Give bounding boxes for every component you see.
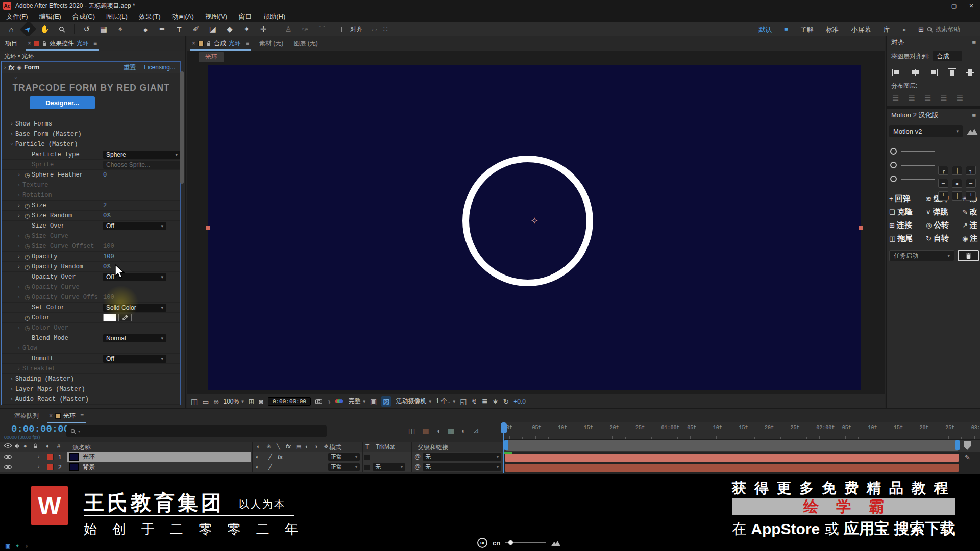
timeline-icon[interactable]: ≣ (482, 397, 488, 406)
anchor-grid-button-6[interactable]: └ (938, 191, 948, 201)
param-row-glow[interactable]: ›Glow (2, 343, 180, 354)
selection-tool[interactable]: ➤ (20, 21, 37, 38)
param-value[interactable]: 2 (103, 202, 107, 209)
grid-options-icon[interactable]: ∷ (383, 25, 388, 33)
slider-knob[interactable] (890, 176, 897, 182)
close-tab-icon[interactable]: × (28, 40, 31, 47)
volume-slider[interactable] (505, 542, 546, 543)
label-column-icon[interactable]: ♦ (46, 443, 49, 449)
fast-previews-icon[interactable]: ↯ (471, 397, 477, 406)
fx-switch[interactable]: fx (278, 454, 283, 460)
align-left-button[interactable] (892, 68, 901, 77)
distribute-top-button[interactable]: ☰ (892, 93, 899, 103)
param-dropdown[interactable]: Off▾ (103, 273, 166, 281)
expand-arrow-icon[interactable]: › (8, 386, 15, 392)
anchor-grid-button-0[interactable]: ┌ (938, 166, 948, 175)
menu-item[interactable]: 效果(T) (139, 12, 161, 21)
menu-item[interactable]: 图层(L) (106, 12, 128, 21)
tab-footage[interactable]: 素材 (无) (254, 36, 288, 51)
brush-tool[interactable]: ✐ (190, 23, 202, 35)
parent-select[interactable]: 无▾ (423, 463, 501, 471)
tab-render-queue[interactable]: 渲染队列 (9, 408, 44, 423)
tab-composition[interactable]: × 合成 光环 ≡ (187, 36, 254, 51)
comp-mini-tab[interactable]: 光环 (199, 52, 224, 62)
param-row-shading-master-[interactable]: ›Shading (Master) (2, 374, 180, 384)
param-value[interactable]: 0% (103, 212, 110, 219)
expand-arrow-icon[interactable]: › (15, 345, 22, 351)
delete-button[interactable] (958, 250, 979, 261)
rotate-tool[interactable]: ↺ (81, 23, 93, 35)
work-area-bar[interactable] (505, 440, 959, 451)
param-row-rotation[interactable]: ›Rotation (2, 190, 180, 201)
pan-behind-tool[interactable]: ⌖ (114, 23, 127, 35)
distribute-bottom-button[interactable]: ☰ (924, 93, 931, 103)
trkmat-toggle[interactable] (363, 454, 370, 460)
align-top-button[interactable] (947, 68, 957, 77)
menu-item[interactable]: 编辑(E) (39, 12, 61, 21)
licensing-link[interactable]: Licensing... (144, 64, 175, 71)
panel-menu-icon[interactable]: ≡ (246, 40, 249, 47)
maximize-button[interactable]: ▢ (945, 0, 963, 11)
menu-item[interactable]: 合成(C) (72, 12, 95, 21)
quality-switch[interactable]: ╱ (268, 454, 272, 460)
about-expand-icon[interactable]: › (13, 77, 19, 79)
stopwatch-icon[interactable]: ◷ (22, 284, 32, 291)
motion-preset-select[interactable]: Motion v2▾ (889, 125, 963, 137)
quality-mountains-icon[interactable] (551, 540, 560, 546)
eye-icon[interactable] (4, 465, 12, 469)
mask-feather-tool[interactable]: ✑ (299, 23, 311, 35)
expand-arrow-icon[interactable]: › (15, 366, 22, 371)
expand-arrow-icon[interactable]: › (15, 233, 22, 239)
panel-menu-icon[interactable]: ≡ (80, 412, 84, 419)
stopwatch-icon[interactable]: ◷ (22, 233, 32, 240)
expand-arrow-icon[interactable]: › (9, 141, 15, 148)
reset-link[interactable]: 重置 (124, 63, 136, 72)
align-right-button[interactable] (929, 68, 938, 77)
exposure-reset-icon[interactable]: ↻ (503, 397, 509, 406)
expand-arrow-icon[interactable]: › (15, 284, 22, 290)
layer-color-swatch[interactable] (47, 464, 54, 470)
snap-checkbox[interactable] (341, 27, 347, 32)
param-row-base-form-master-[interactable]: ›Base Form (Master) (2, 129, 180, 139)
expand-arrow-icon[interactable]: › (15, 192, 22, 198)
multi-view-icon[interactable]: ◫ (191, 397, 198, 406)
color-swatch[interactable] (103, 314, 116, 321)
work-area-start-handle[interactable] (504, 440, 508, 450)
param-row-size-over[interactable]: Size OverOff▾ (2, 221, 180, 231)
param-row-size-curve-offset[interactable]: ›◷Size Curve Offset100 (2, 241, 180, 252)
mask-visibility-icon[interactable]: ∞ (213, 397, 218, 406)
motion-watch-button[interactable]: ◉注 (962, 234, 977, 243)
camera-track-tool[interactable]: ♙ (282, 23, 295, 35)
shy-icon[interactable]: ◖ (256, 443, 260, 449)
expand-arrow-icon[interactable]: › (15, 264, 22, 269)
quality-switch[interactable]: ╱ (268, 464, 272, 470)
stopwatch-icon[interactable]: ◷ (22, 171, 32, 179)
motion-blur-icon[interactable]: ◐ (461, 427, 465, 435)
param-row-opacity-curve[interactable]: ›◷Opacity Curve (2, 282, 180, 292)
param-row-texture[interactable]: ›Texture (2, 180, 180, 190)
slider-knob[interactable] (890, 162, 897, 168)
param-row-unmult[interactable]: UnmultOff▾ (2, 354, 180, 364)
param-value[interactable]: 100 (103, 294, 114, 301)
camera-tool[interactable]: ▦ (97, 23, 110, 35)
hand-tool[interactable]: ✋ (39, 23, 51, 35)
resolution-select[interactable]: 完整▾ (348, 397, 365, 406)
adjustment-icon[interactable]: ◑ (314, 443, 318, 449)
parent-select[interactable]: 无▾ (423, 453, 501, 461)
expand-arrow-icon[interactable]: › (38, 464, 39, 469)
eraser-tool[interactable]: ◆ (224, 23, 236, 35)
menu-item[interactable]: 文件(F) (6, 12, 28, 21)
collapse-icon[interactable]: ✳ (266, 443, 271, 450)
motion-bounce-plus-button[interactable]: +回弹 (889, 194, 926, 204)
close-tab-icon[interactable]: × (49, 412, 53, 419)
expand-arrow-icon[interactable]: › (8, 396, 15, 402)
pickwhip-icon[interactable]: @ (414, 463, 421, 470)
lasso-tool[interactable]: ⌒ (316, 23, 328, 35)
shy-switch[interactable]: ◖ (255, 464, 259, 470)
distribute-left-button[interactable]: ☰ (940, 93, 947, 103)
shape-tool[interactable]: ● (139, 23, 152, 35)
lock-icon[interactable] (42, 41, 47, 46)
snap-toggle[interactable]: 对齐 (341, 25, 362, 34)
workspace-小屏幕[interactable]: 小屏幕 (851, 25, 871, 34)
motion-trail-button[interactable]: ◫拖尾 (889, 234, 926, 243)
